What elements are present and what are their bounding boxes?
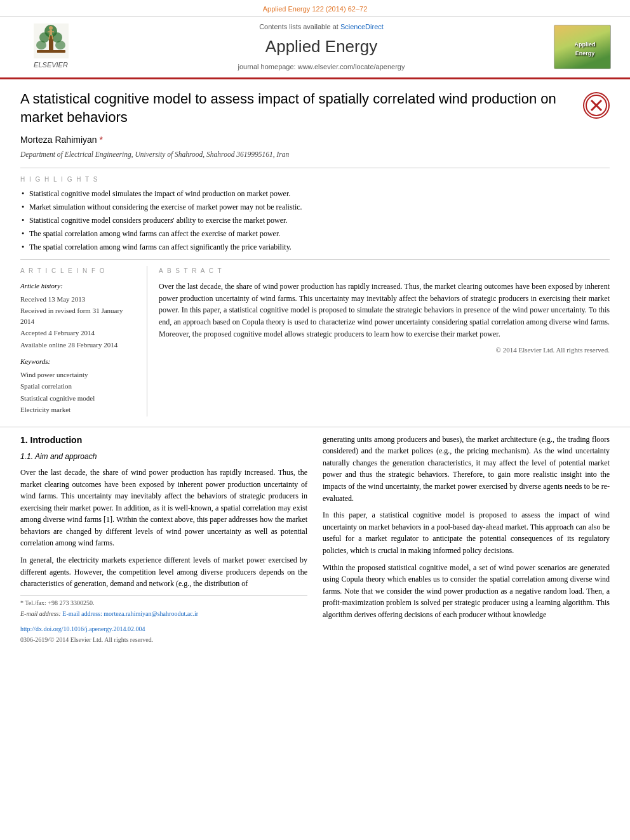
- divider-1: [20, 168, 610, 168]
- body-paragraph: Within the proposed statistical cognitiv…: [323, 562, 610, 621]
- highlights-section: H I G H L I G H T S Statistical cognitiv…: [20, 175, 610, 253]
- list-item: The spatial correlation among wind farms…: [20, 241, 610, 253]
- copyright-line: © 2014 Elsevier Ltd. All rights reserved…: [159, 345, 610, 356]
- body-paragraph: In this paper, a statistical cognitive m…: [323, 509, 610, 556]
- journal-homepage: journal homepage: www.elsevier.com/locat…: [89, 62, 554, 72]
- doi-link-text[interactable]: http://dx.doi.org/10.1016/j.apenergy.201…: [20, 625, 145, 632]
- svg-rect-9: [50, 30, 52, 35]
- svg-point-8: [49, 26, 53, 30]
- divider-2: [20, 259, 610, 260]
- elsevier-tree-icon: [34, 23, 69, 58]
- abstract-label: A B S T R A C T: [159, 266, 610, 276]
- footnote-email-label: E-mail address:: [20, 610, 62, 617]
- body-columns: 1. Introduction 1.1. Aim and approach Ov…: [20, 434, 610, 645]
- author-name: Morteza Rahimiyan *: [20, 133, 610, 147]
- journal-top-bar: Applied Energy 122 (2014) 62–72: [0, 0, 630, 17]
- footnote-section: * Tel./fax: +98 273 3300250. E-mail addr…: [20, 595, 307, 619]
- elsevier-logo-section: ELSEVIER: [13, 23, 89, 70]
- list-item: Received 13 May 2013: [20, 294, 135, 305]
- article-info-abstract: A R T I C L E I N F O Article history: R…: [20, 266, 610, 417]
- highlights-label: H I G H L I G H T S: [20, 175, 610, 184]
- journal-volume-label: Applied Energy 122 (2014) 62–72: [263, 5, 368, 13]
- svg-point-5: [55, 41, 65, 50]
- article-info-label: A R T I C L E I N F O: [20, 266, 135, 276]
- list-item: The spatial correlation among wind farms…: [20, 228, 610, 239]
- article-title: A statistical cognitive model to assess …: [20, 90, 570, 127]
- list-item: Electricity market: [20, 404, 135, 415]
- elsevier-wordmark: ELSEVIER: [34, 60, 68, 70]
- sciencedirect-link[interactable]: ScienceDirect: [340, 23, 384, 30]
- abstract-col: A B S T R A C T Over the last decade, th…: [147, 266, 610, 417]
- author-name-text: Morteza Rahimiyan: [20, 135, 97, 145]
- list-item: Received in revised form 31 January 2014: [20, 305, 135, 326]
- page: Applied Energy 122 (2014) 62–72: [0, 0, 630, 655]
- svg-rect-7: [37, 50, 65, 53]
- body-col-left: 1. Introduction 1.1. Aim and approach Ov…: [20, 434, 307, 645]
- applied-energy-logo-text: AppliedEnergy: [572, 38, 598, 60]
- elsevier-logo: ELSEVIER: [13, 23, 89, 70]
- body-paragraph: generating units among producers and bus…: [323, 434, 610, 505]
- list-item: Statistical cognitive model considers pr…: [20, 215, 610, 226]
- section-1-heading: 1. Introduction: [20, 434, 307, 448]
- body-paragraph: In general, the electricity markets expe…: [20, 554, 307, 590]
- list-item: Statistical cognitive model simulates th…: [20, 188, 610, 199]
- crossmark-icon: [585, 94, 608, 117]
- applied-energy-logo: AppliedEnergy: [554, 25, 611, 69]
- footnote-2: E-mail address: E-mail address: morteza.…: [20, 609, 307, 619]
- article-title-section: A statistical cognitive model to assess …: [20, 90, 610, 127]
- article-info-col: A R T I C L E I N F O Article history: R…: [20, 266, 147, 417]
- journal-title-section: Contents lists available at ScienceDirec…: [89, 22, 554, 72]
- author-asterisk: *: [100, 135, 103, 145]
- list-item: Wind power uncertainty: [20, 370, 135, 380]
- doi-link[interactable]: http://dx.doi.org/10.1016/j.apenergy.201…: [20, 624, 307, 634]
- highlights-list: Statistical cognitive model simulates th…: [20, 188, 610, 253]
- body-content: 1. Introduction 1.1. Aim and approach Ov…: [0, 427, 630, 655]
- keywords-title: Keywords:: [20, 356, 135, 367]
- journal-title: Applied Energy: [89, 34, 554, 59]
- list-item: Statistical cognitive model: [20, 393, 135, 404]
- abstract-text: Over the last decade, the share of wind …: [159, 281, 610, 340]
- crossmark-badge: [583, 92, 610, 119]
- article-content: A statistical cognitive model to assess …: [0, 79, 630, 427]
- footnote-1: * Tel./fax: +98 273 3300250.: [20, 598, 307, 608]
- svg-point-4: [36, 41, 46, 50]
- list-item: Market simulation without considering th…: [20, 201, 610, 213]
- article-history: Article history: Received 13 May 2013 Re…: [20, 281, 135, 350]
- contents-label: Contents lists available at: [259, 23, 338, 30]
- journal-header: ELSEVIER Contents lists available at Sci…: [0, 17, 630, 79]
- list-item: Accepted 4 February 2014: [20, 328, 135, 338]
- applied-energy-logo-section: AppliedEnergy: [554, 25, 617, 69]
- history-title: Article history:: [20, 281, 135, 291]
- list-item: Available online 28 February 2014: [20, 340, 135, 350]
- list-item: Spatial correlation: [20, 381, 135, 392]
- footnote-email-link[interactable]: E-mail address: morteza.rahimiyan@shahro…: [62, 610, 198, 617]
- body-paragraph: Over the last decade, the share of wind …: [20, 467, 307, 549]
- svg-line-12: [52, 35, 53, 39]
- issn-line: 0306-2619/© 2014 Elsevier Ltd. All right…: [20, 635, 307, 645]
- affiliation: Department of Electrical Engineering, Un…: [20, 149, 610, 160]
- svg-line-11: [49, 35, 50, 39]
- subsection-1-1-heading: 1.1. Aim and approach: [20, 451, 307, 463]
- body-col-right: generating units among producers and bus…: [323, 434, 610, 645]
